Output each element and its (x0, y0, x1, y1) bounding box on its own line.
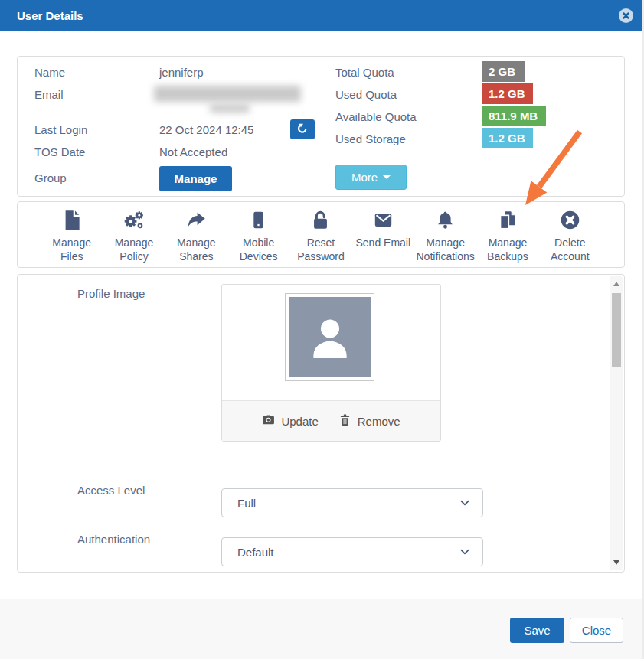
scroll-up-icon[interactable] (613, 282, 619, 286)
authentication-value: Default (237, 546, 274, 559)
access-level-label: Access Level (77, 484, 145, 497)
email-label: Email (34, 88, 64, 101)
last-login-label: Last Login (34, 123, 87, 136)
toolbar-item-manage-shares[interactable]: Manage Shares (165, 210, 227, 263)
vertical-scrollbar[interactable] (610, 276, 623, 570)
file-icon (61, 210, 82, 233)
toolbar-item-reset-password[interactable]: Reset Password (289, 210, 351, 263)
toolbar-item-label: Manage Policy (103, 236, 165, 263)
remove-profile-image-button[interactable]: Remove (338, 413, 400, 429)
camera-icon (262, 413, 275, 429)
copy-pages-icon (497, 210, 518, 233)
close-button[interactable]: Close (570, 618, 623, 643)
profile-image-actions: Update Remove (222, 400, 440, 441)
tos-date-label: TOS Date (34, 145, 85, 158)
user-actions-toolbar: Manage Files (17, 201, 625, 268)
chevron-down-icon (459, 546, 471, 558)
total-quota-badge: 2 GB (482, 61, 525, 82)
used-storage-badge: 1.2 GB (482, 128, 533, 148)
name-value: jenniferp (159, 66, 204, 79)
profile-image-label: Profile Image (77, 287, 145, 300)
toolbar-item-mobile-devices[interactable]: Mobile Devices (227, 210, 289, 263)
last-login-value: 22 Oct 2024 12:45 (159, 123, 253, 136)
manage-group-button[interactable]: Manage (159, 166, 232, 191)
tos-date-value: Not Accepted (159, 145, 227, 158)
toolbar-item-manage-files[interactable]: Manage Files (41, 210, 103, 263)
profile-image-frame (285, 293, 374, 381)
used-quota-label: Used Quota (335, 88, 397, 101)
envelope-icon (373, 210, 394, 233)
page-title: User Details (17, 9, 619, 22)
toolbar-item-delete-account[interactable]: Delete Account (539, 210, 601, 263)
mobile-icon (248, 210, 269, 233)
toolbar-item-send-email[interactable]: Send Email (352, 210, 414, 250)
caret-down-icon (383, 175, 391, 179)
authentication-select[interactable]: Default (221, 537, 483, 566)
scroll-down-icon[interactable] (613, 560, 619, 565)
chevron-down-icon (459, 497, 471, 509)
toolbar-item-label: Delete Account (539, 236, 601, 263)
used-storage-label: Used Storage (335, 132, 406, 145)
used-quota-badge: 1.2 GB (482, 83, 533, 104)
avatar (289, 297, 371, 377)
toolbar-item-label: Manage Shares (165, 236, 227, 263)
circle-x-icon (560, 210, 580, 233)
toolbar-item-label: Manage Backups (476, 236, 538, 263)
group-label: Group (34, 171, 67, 184)
modal-footer: Save Close (0, 599, 644, 659)
save-button[interactable]: Save (510, 618, 564, 643)
gears-icon (123, 210, 144, 233)
user-details-form-panel: Profile Image Update (17, 274, 625, 573)
toolbar-item-label: Reset Password (289, 236, 351, 263)
profile-image-card: Update Remove (221, 284, 441, 442)
trash-icon (338, 413, 351, 429)
refresh-last-login-button[interactable] (290, 119, 315, 139)
authentication-label: Authentication (77, 533, 150, 546)
more-button-label: More (351, 171, 378, 184)
toolbar-item-label: Manage Notifications (414, 236, 476, 263)
toolbar-item-label: Mobile Devices (227, 236, 289, 263)
more-dropdown-button[interactable]: More (335, 165, 407, 190)
total-quota-label: Total Quota (335, 66, 394, 79)
available-quota-badge: 811.9 MB (482, 106, 546, 126)
email-value-redacted (154, 86, 301, 102)
update-profile-image-button[interactable]: Update (262, 413, 318, 429)
update-button-label: Update (281, 415, 318, 428)
toolbar-item-label: Manage Files (41, 236, 103, 263)
email-value-redacted-line2 (210, 104, 250, 113)
user-info-panel: Name jenniferp Email Last Login 22 Oct 2… (17, 56, 625, 197)
toolbar-item-label: Send Email (356, 236, 411, 250)
available-quota-label: Available Quota (335, 110, 417, 123)
toolbar-item-manage-notifications[interactable]: Manage Notifications (414, 210, 476, 263)
scrollbar-thumb[interactable] (612, 293, 621, 367)
remove-button-label: Remove (358, 415, 400, 428)
toolbar-item-manage-policy[interactable]: Manage Policy (103, 210, 165, 263)
name-label: Name (34, 66, 65, 79)
close-icon[interactable] (619, 8, 633, 23)
share-arrow-icon (186, 210, 207, 233)
rotate-left-icon (296, 122, 309, 137)
access-level-value: Full (237, 497, 256, 510)
access-level-select[interactable]: Full (221, 488, 483, 517)
modal-header: User Details (0, 0, 644, 31)
unlock-icon (310, 210, 331, 233)
toolbar-item-manage-backups[interactable]: Manage Backups (476, 210, 538, 263)
bell-icon (435, 210, 456, 233)
